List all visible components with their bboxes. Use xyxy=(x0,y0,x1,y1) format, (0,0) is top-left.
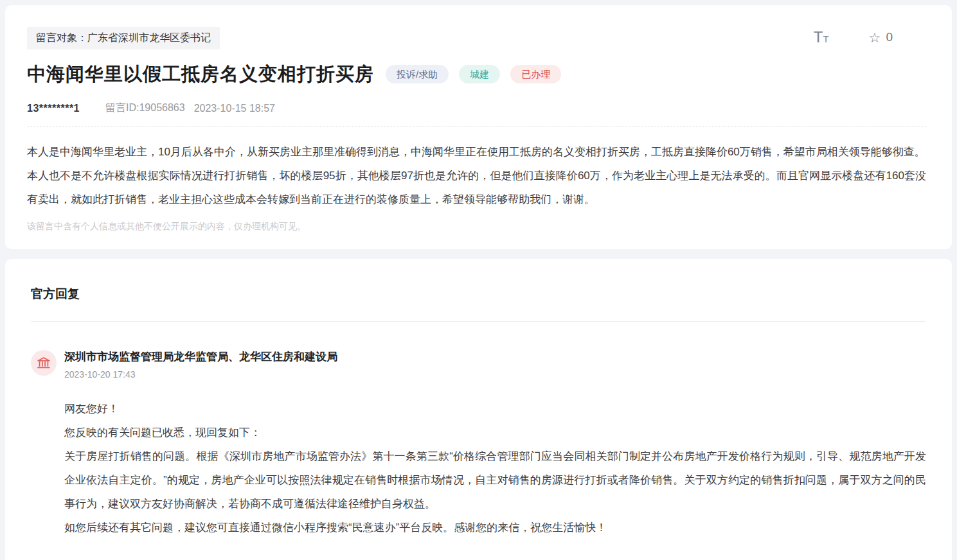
message-title: 中海闻华里以假工抵房名义变相打折买房 xyxy=(27,64,374,85)
official-reply-card: 官方回复 深圳市市场监督管理局龙华监管局、龙华区住房和建设局 2023-10-2… xyxy=(5,259,952,560)
message-body: 本人是中海闻华里老业主，10月后从各中介，从新买房业主那里准确得到消息，中海闻华… xyxy=(27,140,926,211)
reply-paragraph: 网友您好！ xyxy=(64,397,926,421)
star-icon: ☆ xyxy=(869,31,881,44)
title-row: 中海闻华里以假工抵房名义变相打折买房 投诉/求助 城建 已办理 xyxy=(27,64,926,85)
message-id: 留言ID:19056863 xyxy=(105,101,185,115)
message-card: 留言对象：广东省深圳市龙华区委书记 TT ☆ 0 中海闻华里以假工抵房名义变相打… xyxy=(5,5,952,249)
tag-complaint-type: 投诉/求助 xyxy=(386,65,449,84)
reply-item: 深圳市市场监督管理局龙华监管局、龙华区住房和建设局 2023-10-20 17:… xyxy=(31,350,926,539)
message-meta-row: 13********1 留言ID:19056863 2023-10-15 18:… xyxy=(27,101,926,115)
masked-username: 13********1 xyxy=(27,103,80,114)
message-target-label: 留言对象：广东省深圳市龙华区委书记 xyxy=(27,27,220,49)
government-building-icon xyxy=(36,355,51,371)
dashed-divider xyxy=(27,126,926,127)
reply-paragraph: 关于房屋打折销售的问题。根据《深圳市房地产市场监管办法》第十一条第三款“价格综合… xyxy=(64,444,926,516)
font-size-icon: T xyxy=(814,28,823,46)
privacy-note: 该留言中含有个人信息或其他不便公开展示的内容，仅办理机构可见。 xyxy=(27,221,926,232)
reply-section-title: 官方回复 xyxy=(31,286,926,302)
agency-name: 深圳市市场监督管理局龙华监管局、龙华区住房和建设局 xyxy=(64,350,926,364)
message-paragraph: 本人是中海闻华里老业主，10月后从各中介，从新买房业主那里准确得到消息，中海闻华… xyxy=(27,140,926,164)
reply-paragraph: 您反映的有关问题已收悉，现回复如下： xyxy=(64,421,926,444)
reply-datetime: 2023-10-20 17:43 xyxy=(64,369,926,380)
reply-body: 网友您好！ 您反映的有关问题已收悉，现回复如下： 关于房屋打折销售的问题。根据《… xyxy=(64,397,926,539)
font-size-toggle[interactable]: TT xyxy=(814,30,829,45)
star-count: 0 xyxy=(886,30,893,44)
tag-category: 城建 xyxy=(459,65,500,84)
star-button[interactable]: ☆ 0 xyxy=(869,30,893,44)
section-divider xyxy=(31,321,926,322)
reply-main: 深圳市市场监督管理局龙华监管局、龙华区住房和建设局 2023-10-20 17:… xyxy=(64,350,926,539)
page: 留言对象：广东省深圳市龙华区委书记 TT ☆ 0 中海闻华里以假工抵房名义变相打… xyxy=(0,0,957,560)
agency-avatar xyxy=(31,350,57,376)
message-datetime: 2023-10-15 18:57 xyxy=(194,103,275,114)
header-actions: TT ☆ 0 xyxy=(814,30,893,45)
message-paragraph: 本人也不是不允许楼盘根据实际情况进行打折销售，坏的楼层95折，其他楼层97折也是… xyxy=(27,164,926,211)
tag-status-badge: 已办理 xyxy=(510,65,561,84)
message-card-header: 留言对象：广东省深圳市龙华区委书记 TT ☆ 0 xyxy=(27,27,926,49)
reply-paragraph: 如您后续还有其它问题，建议您可直接通过微信小程序搜索“民意速办”平台反映。感谢您… xyxy=(64,516,926,539)
